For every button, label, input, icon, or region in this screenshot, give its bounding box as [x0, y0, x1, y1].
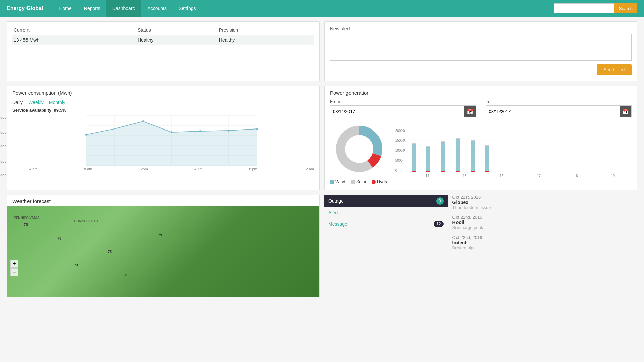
status-table: Current Status Prevision 13 456 Mwh Heal… [12, 25, 314, 45]
col-status: Status [136, 25, 218, 35]
svg-point-12 [85, 134, 87, 136]
outage-message-item[interactable]: Message 12 [324, 218, 448, 230]
alert-textarea[interactable] [330, 34, 632, 61]
weather-title: Weather forecast [7, 195, 319, 206]
brand-logo: Energy Global [7, 5, 43, 11]
map-background: PENNSYLVANIA CONNECTICUT + − 76 73 75 79… [7, 206, 319, 297]
col-current: Current [12, 25, 136, 35]
to-date-group: To 📅 [486, 99, 632, 117]
date-row: From 📅 To 📅 [330, 99, 632, 117]
from-date-group: From 📅 [330, 99, 476, 117]
svg-rect-42 [485, 146, 489, 172]
svg-rect-40 [471, 140, 475, 141]
service-availability: Service availability: 99.5% [12, 108, 314, 113]
map-label-pennsylvania: PENNSYLVANIA [14, 216, 40, 220]
map-controls: + − [10, 260, 18, 276]
legend-hydro: Hydro [372, 179, 389, 184]
consumption-card: Power consumption (Mwh) Daily Weekly Mon… [7, 86, 320, 190]
outage-alert-item[interactable]: Alert [324, 207, 448, 218]
hydro-dot [372, 180, 376, 184]
svg-rect-41 [471, 171, 475, 172]
svg-rect-32 [426, 171, 430, 172]
svg-rect-33 [441, 142, 445, 172]
search-button[interactable]: Search [614, 3, 637, 13]
svg-point-14 [171, 131, 173, 133]
svg-rect-43 [485, 145, 489, 146]
right-bottom-panel: Outage 3 Alert Message 12 [324, 195, 637, 297]
generation-title: Power generation [330, 90, 632, 96]
incident-item-1: Oct 22nd, 2016 Hooli Surcharge peak [452, 215, 637, 230]
temp-label-3: 75 [108, 250, 112, 254]
current-value: 13 456 Mwh [12, 35, 136, 45]
tab-monthly[interactable]: Monthly [49, 99, 65, 106]
donut-chart [332, 122, 386, 176]
outage-panel: Outage 3 Alert Message 12 [324, 195, 448, 297]
wind-dot [330, 180, 334, 184]
weather-map: Today Hourly 5 Day 10 Day Weekend Monthl… [7, 206, 319, 297]
temp-label-2: 73 [57, 236, 61, 240]
solar-dot [351, 180, 355, 184]
nav-dashboard[interactable]: Dashboard [106, 0, 142, 17]
legend-solar: Solar [351, 179, 366, 184]
bar-x-labels: 14 15 16 17 18 19 [395, 174, 632, 178]
nav-accounts[interactable]: Accounts [141, 0, 173, 17]
from-date-input[interactable] [330, 107, 464, 116]
nav-settings[interactable]: Settings [173, 0, 202, 17]
tab-weekly[interactable]: Weekly [28, 99, 44, 106]
svg-rect-44 [485, 171, 489, 172]
outage-header: Outage 3 [324, 195, 448, 207]
consumption-title: Power consumption (Mwh) [12, 90, 314, 96]
svg-point-16 [228, 130, 230, 132]
svg-rect-36 [456, 139, 460, 172]
prevision-value: Healthy [218, 35, 314, 45]
svg-rect-37 [456, 138, 460, 139]
col-prevision: Prevision [218, 25, 314, 35]
y-axis-labels: 30000 25000 20000 15000 10000 [0, 115, 7, 178]
svg-rect-28 [412, 143, 416, 144]
navbar: Energy Global Home Reports Dashboard Acc… [0, 0, 644, 17]
weather-card: Weather forecast Today Hourly 5 Day 10 D… [7, 195, 320, 297]
svg-rect-31 [426, 146, 430, 147]
status-card: Current Status Prevision 13 456 Mwh Heal… [7, 21, 320, 81]
message-link[interactable]: Message [328, 221, 347, 227]
to-date-wrap: 📅 [486, 105, 632, 117]
alert-link[interactable]: Alert [328, 210, 338, 215]
tab-daily[interactable]: Daily [12, 99, 23, 106]
nav-home[interactable]: Home [53, 0, 77, 17]
message-badge: 12 [434, 221, 443, 227]
search-input[interactable] [554, 3, 614, 13]
from-label: From [330, 99, 476, 104]
bar-chart: 20000 15000 10000 5000 0 [395, 129, 632, 178]
svg-point-21 [345, 135, 373, 163]
legend-wind: Wind [330, 179, 345, 184]
outage-badge: 3 [436, 197, 444, 205]
chart-tabs: Daily Weekly Monthly [12, 99, 314, 106]
svg-rect-35 [441, 171, 445, 172]
to-date-input[interactable] [486, 107, 620, 116]
temp-label-4: 79 [158, 233, 162, 237]
bar-y-labels: 20000 15000 10000 5000 0 [395, 129, 405, 172]
from-calendar-button[interactable]: 📅 [464, 106, 476, 117]
incident-item-0: Oct 21st, 2016 Globex Thunderstorm issue [452, 195, 637, 210]
map-zoom-in[interactable]: + [10, 260, 18, 268]
to-calendar-button[interactable]: 📅 [620, 106, 631, 117]
svg-rect-38 [456, 171, 460, 172]
outage-title: Outage [328, 198, 344, 204]
temp-label-1: 76 [24, 223, 28, 227]
bar-chart-svg [409, 129, 496, 172]
to-label: To [486, 99, 632, 104]
donut-legend: Wind Solar Hydro [330, 179, 389, 184]
temp-label-6: 75 [124, 273, 128, 277]
new-alert-card: New alert Send alert [324, 21, 637, 81]
search-area: Search [554, 3, 637, 13]
from-date-wrap: 📅 [330, 105, 476, 117]
map-zoom-out[interactable]: − [10, 268, 18, 276]
incidents-panel: Oct 21st, 2016 Globex Thunderstorm issue… [452, 195, 637, 297]
svg-rect-39 [471, 141, 475, 172]
nav-reports[interactable]: Reports [78, 0, 106, 17]
nav-links: Home Reports Dashboard Accounts Settings [53, 0, 202, 17]
incident-item-2: Oct 22nd, 2016 Initech Broken pipe [452, 235, 637, 250]
map-label-connecticut: CONNECTICUT [74, 219, 99, 223]
line-chart [29, 115, 314, 166]
send-alert-button[interactable]: Send alert [597, 64, 632, 75]
